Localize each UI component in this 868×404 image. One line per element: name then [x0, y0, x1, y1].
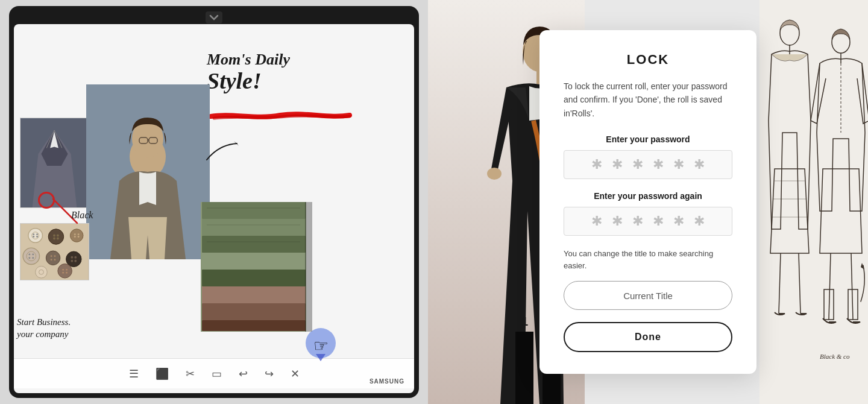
sticky-note-icon[interactable]: ⬛ — [156, 367, 169, 380]
svg-point-38 — [70, 229, 83, 242]
current-title-text: Current Title — [623, 291, 673, 301]
handwriting-line1: Mom's Daily — [207, 51, 290, 69]
svg-point-59 — [36, 266, 48, 278]
svg-point-56 — [74, 256, 77, 259]
tablet-toolbar: ☰ ⬛ ✂ ▭ ↩ ↪ ✕ — [14, 358, 414, 388]
svg-rect-15 — [202, 219, 306, 236]
svg-point-30 — [36, 233, 38, 235]
password-label: Enter your password — [564, 134, 732, 144]
svg-rect-72 — [515, 332, 533, 404]
right-panel: 1 LOCK To lock the current roll, enter y… — [428, 0, 868, 404]
pwd-dot-6: ✱ — [694, 157, 705, 172]
svg-point-58 — [74, 260, 77, 262]
lock-description: To lock the current roll, enter your pas… — [564, 80, 732, 120]
svg-point-39 — [74, 233, 76, 235]
svg-rect-18 — [202, 270, 306, 286]
tablet-frame: Mom's Daily Style! — [9, 6, 419, 398]
svg-point-49 — [46, 251, 60, 265]
svg-rect-16 — [202, 236, 306, 253]
password-field[interactable]: ✱ ✱ ✱ ✱ ✱ ✱ — [564, 150, 732, 179]
undo-icon[interactable]: ↩ — [239, 367, 248, 380]
svg-point-47 — [28, 257, 30, 259]
svg-rect-75 — [760, 0, 868, 404]
pwd-dot-3: ✱ — [632, 157, 643, 172]
samsung-logo: SAMSUNG — [370, 378, 404, 385]
tablet-chevron-button[interactable] — [206, 11, 222, 24]
svg-rect-14 — [202, 202, 306, 219]
pwd2-dot-3: ✱ — [632, 213, 643, 229]
svg-point-63 — [66, 269, 68, 271]
pwd-dot-5: ✱ — [673, 157, 684, 172]
svg-point-29 — [33, 233, 34, 235]
pwd2-dot-1: ✱ — [591, 213, 602, 229]
svg-point-55 — [71, 256, 73, 259]
svg-point-33 — [48, 229, 63, 244]
clothing-thumbnail — [20, 118, 89, 208]
svg-point-43 — [23, 248, 39, 264]
svg-point-50 — [51, 255, 52, 257]
svg-rect-25 — [305, 202, 312, 332]
svg-rect-21 — [202, 320, 306, 331]
pwd-dot-2: ✱ — [612, 157, 623, 172]
svg-point-36 — [53, 238, 55, 240]
man-photo — [86, 84, 210, 259]
man-arrow-svg — [204, 139, 240, 163]
svg-point-51 — [54, 255, 56, 257]
svg-point-32 — [36, 236, 38, 238]
redo-icon[interactable]: ↪ — [265, 367, 274, 380]
svg-point-46 — [32, 253, 34, 255]
svg-point-31 — [33, 236, 34, 238]
pwd2-dot-6: ✱ — [694, 213, 705, 229]
close-toolbar-icon[interactable]: ✕ — [291, 367, 300, 380]
red-underline — [208, 112, 353, 120]
left-panel: Mom's Daily Style! — [0, 0, 428, 404]
annotation-start: Start Business. your company — [17, 317, 71, 340]
touch-ring: ☞ — [306, 328, 336, 358]
svg-rect-17 — [202, 253, 306, 270]
svg-point-64 — [62, 272, 64, 274]
svg-point-48 — [32, 257, 34, 259]
svg-text:Black & co: Black & co — [820, 353, 850, 360]
pwd2-dot-4: ✱ — [653, 213, 664, 229]
sketch-background: Black & co — [760, 0, 868, 404]
svg-point-37 — [57, 238, 59, 240]
handwriting-line2: Style! — [207, 69, 290, 94]
touch-cursor: ☞ — [306, 328, 336, 358]
cut-icon[interactable]: ✂ — [186, 367, 195, 380]
tablet-top-bar — [14, 11, 414, 24]
lock-change-hint: You can change the title to make searchi… — [564, 248, 732, 271]
svg-point-45 — [28, 253, 30, 255]
svg-point-62 — [62, 269, 64, 271]
pwd2-dot-5: ✱ — [673, 213, 684, 229]
canvas-content: Mom's Daily Style! — [14, 24, 414, 393]
svg-point-42 — [78, 236, 80, 238]
lock-dialog-title: LOCK — [564, 52, 732, 68]
annotation-black: Black — [71, 210, 93, 221]
svg-point-53 — [54, 259, 56, 260]
done-button[interactable]: Done — [564, 322, 732, 352]
svg-rect-19 — [202, 286, 306, 303]
lock-dialog: LOCK To lock the current roll, enter you… — [539, 30, 756, 374]
svg-point-27 — [28, 229, 42, 242]
password-again-field[interactable]: ✱ ✱ ✱ ✱ ✱ ✱ — [564, 207, 732, 236]
svg-text:1: 1 — [521, 315, 528, 328]
svg-point-35 — [57, 235, 59, 237]
svg-point-52 — [51, 259, 52, 260]
pwd-dot-1: ✱ — [591, 157, 602, 172]
svg-point-65 — [66, 272, 68, 274]
tablet-screen: Mom's Daily Style! — [14, 24, 414, 393]
current-title-input[interactable]: Current Title — [564, 281, 732, 310]
svg-point-34 — [53, 235, 55, 237]
password-again-label: Enter your password again — [564, 191, 732, 201]
menu-icon[interactable]: ☰ — [129, 367, 139, 380]
pwd2-dot-2: ✱ — [612, 213, 623, 229]
pwd-dot-4: ✱ — [653, 157, 664, 172]
svg-rect-20 — [202, 303, 306, 320]
svg-point-61 — [58, 264, 72, 278]
handwriting-title: Mom's Daily Style! — [207, 51, 290, 93]
buttons-thumbnail — [20, 223, 89, 280]
svg-point-40 — [78, 233, 80, 235]
svg-point-71 — [487, 168, 502, 180]
fabric-stack — [201, 202, 312, 332]
select-icon[interactable]: ▭ — [212, 367, 222, 380]
